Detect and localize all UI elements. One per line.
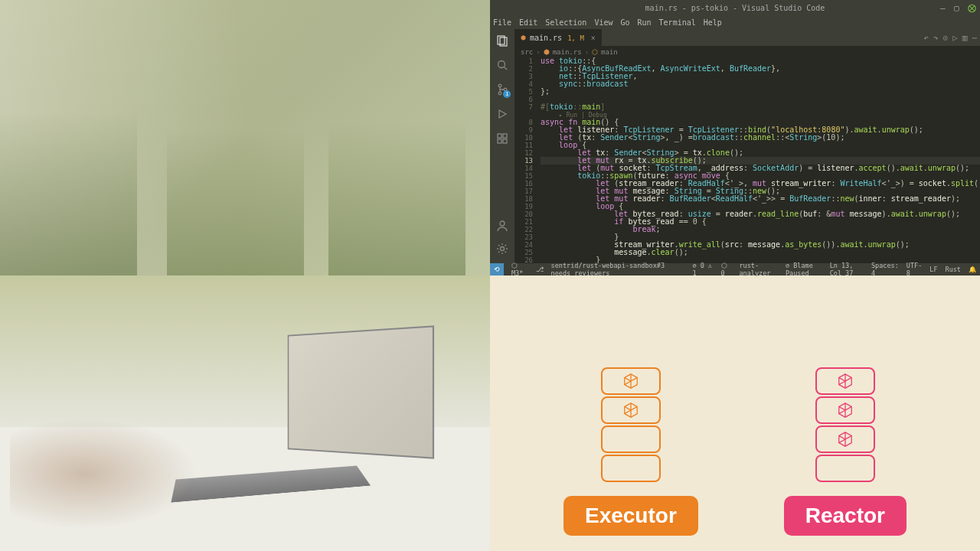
photo-office-bottom bbox=[0, 276, 490, 551]
stack-slot bbox=[601, 455, 661, 482]
sb-lsp[interactable]: rust-analyzer bbox=[739, 262, 777, 277]
photo-hands bbox=[10, 419, 196, 529]
menu-run[interactable]: Run bbox=[638, 18, 652, 27]
remote-indicator[interactable]: ⟲ bbox=[490, 263, 504, 276]
sb-cursor[interactable]: Ln 13, Col 37 bbox=[830, 262, 864, 277]
photo-plant bbox=[0, 41, 137, 276]
svg-rect-7 bbox=[498, 134, 501, 138]
sb-feedback-icon[interactable]: 🔔 bbox=[969, 266, 977, 273]
stack-slot bbox=[601, 396, 661, 424]
sb-spaces[interactable]: Spaces: 4 bbox=[871, 262, 899, 277]
activity-bar bbox=[490, 29, 514, 263]
reactor-label: Reactor bbox=[784, 496, 906, 536]
breadcrumb-src[interactable]: src bbox=[521, 48, 533, 56]
sb-branch[interactable]: ⎇ bbox=[536, 266, 544, 273]
stack-slot bbox=[815, 425, 875, 453]
menu-terminal[interactable]: Terminal bbox=[659, 18, 696, 27]
stack-slot bbox=[601, 425, 661, 453]
menu-help[interactable]: Help bbox=[704, 18, 722, 27]
code-editor[interactable]: 1234567 89101112131415161718192021222324… bbox=[514, 57, 980, 263]
sb-blame[interactable]: ⊘ Blame Paused bbox=[786, 262, 822, 277]
vscode-window: main.rs - ps-tokio - Visual Studio Code … bbox=[490, 0, 980, 276]
sb-lang[interactable]: Rust bbox=[946, 266, 961, 273]
sb-m3[interactable]: ⬡ M3* bbox=[511, 262, 528, 277]
tab-close-icon[interactable]: × bbox=[591, 34, 596, 42]
svg-point-4 bbox=[498, 84, 501, 87]
layout-icon[interactable]: ▥ bbox=[962, 33, 968, 43]
sb-eol[interactable]: LF bbox=[929, 266, 937, 273]
run-debug-icon[interactable] bbox=[495, 107, 509, 121]
more-icon[interactable]: ⋯ bbox=[972, 33, 977, 43]
sb-pr[interactable]: sentrid/rust-webapi-sandbox#3 needs revi… bbox=[551, 262, 685, 277]
executor-stack bbox=[601, 367, 661, 482]
titlebar: main.rs - ps-tokio - Visual Studio Code … bbox=[490, 0, 980, 15]
menu-selection[interactable]: Selection bbox=[545, 18, 586, 27]
close-button[interactable]: ⨂ bbox=[968, 3, 977, 12]
photo-plant bbox=[167, 69, 304, 276]
stack-slot bbox=[601, 367, 661, 395]
breadcrumb[interactable]: src› ⬢main.rs› ⬡main bbox=[514, 46, 980, 57]
diagram-panel: Executor Reactor bbox=[490, 276, 980, 551]
tab-filename: main.rs bbox=[530, 34, 562, 42]
stack-slot bbox=[815, 367, 875, 395]
minimize-button[interactable]: — bbox=[940, 3, 949, 12]
svg-point-2 bbox=[498, 61, 505, 68]
editor-tab[interactable]: ⬢ main.rs 1, M × bbox=[514, 29, 602, 46]
svg-rect-8 bbox=[503, 134, 507, 138]
breadcrumb-symbol[interactable]: main bbox=[601, 48, 618, 56]
compare-icon[interactable]: ⊙ bbox=[943, 33, 949, 43]
tab-mod-indicator: 1, M bbox=[567, 34, 584, 42]
window-title: main.rs - ps-tokio - Visual Studio Code bbox=[645, 4, 825, 12]
sb-problems[interactable]: ⊘ 0 ⚠ 1 bbox=[692, 262, 713, 277]
maximize-button[interactable]: ▢ bbox=[954, 3, 963, 12]
executor-group: Executor bbox=[564, 367, 698, 536]
tab-bar: ⬢ main.rs 1, M × ↶ ↷ ⊙ ▷ ▥ ⋯ bbox=[514, 29, 980, 46]
svg-point-5 bbox=[498, 92, 501, 95]
svg-point-6 bbox=[504, 88, 507, 91]
code-lines[interactable]: use tokio::{ io::{AsyncBufReadExt, Async… bbox=[537, 57, 980, 263]
sb-ports[interactable]: ⬡ 0 bbox=[721, 262, 732, 277]
photo-laptop bbox=[176, 331, 431, 501]
photo-plant bbox=[328, 55, 466, 276]
account-icon[interactable] bbox=[495, 219, 509, 233]
extensions-icon[interactable] bbox=[495, 132, 509, 145]
go-back-icon[interactable]: ↶ bbox=[923, 33, 929, 43]
rust-file-icon: ⬢ bbox=[521, 34, 526, 41]
breadcrumb-file[interactable]: main.rs bbox=[553, 48, 582, 56]
reactor-stack bbox=[815, 367, 875, 482]
executor-label: Executor bbox=[564, 496, 698, 536]
svg-line-3 bbox=[505, 67, 508, 70]
photo-office-top bbox=[0, 0, 490, 276]
search-icon[interactable] bbox=[495, 58, 509, 72]
menubar: File Edit Selection View Go Run Terminal… bbox=[490, 15, 980, 29]
menu-file[interactable]: File bbox=[493, 18, 511, 27]
svg-point-12 bbox=[501, 247, 505, 251]
sb-encoding[interactable]: UTF-8 bbox=[906, 262, 922, 277]
explorer-icon[interactable] bbox=[495, 34, 509, 47]
photo-laptop-screen bbox=[287, 325, 433, 458]
stack-slot bbox=[815, 396, 875, 424]
svg-rect-10 bbox=[503, 139, 507, 143]
reactor-group: Reactor bbox=[784, 367, 906, 536]
line-gutter: 1234567 89101112131415161718192021222324… bbox=[514, 57, 537, 263]
source-control-icon[interactable] bbox=[495, 83, 509, 96]
photo-laptop-base bbox=[172, 466, 371, 503]
stack-slot bbox=[815, 455, 875, 482]
status-bar: ⟲ ⬡ M3* ⎇ sentrid/rust-webapi-sandbox#3 … bbox=[490, 263, 980, 276]
menu-edit[interactable]: Edit bbox=[519, 18, 537, 27]
menu-view[interactable]: View bbox=[594, 18, 612, 27]
split-icon[interactable]: ▷ bbox=[952, 33, 958, 43]
svg-point-11 bbox=[500, 221, 505, 226]
settings-icon[interactable] bbox=[495, 242, 509, 256]
menu-go[interactable]: Go bbox=[620, 18, 629, 27]
svg-rect-9 bbox=[498, 139, 501, 143]
go-forward-icon[interactable]: ↷ bbox=[933, 33, 939, 43]
